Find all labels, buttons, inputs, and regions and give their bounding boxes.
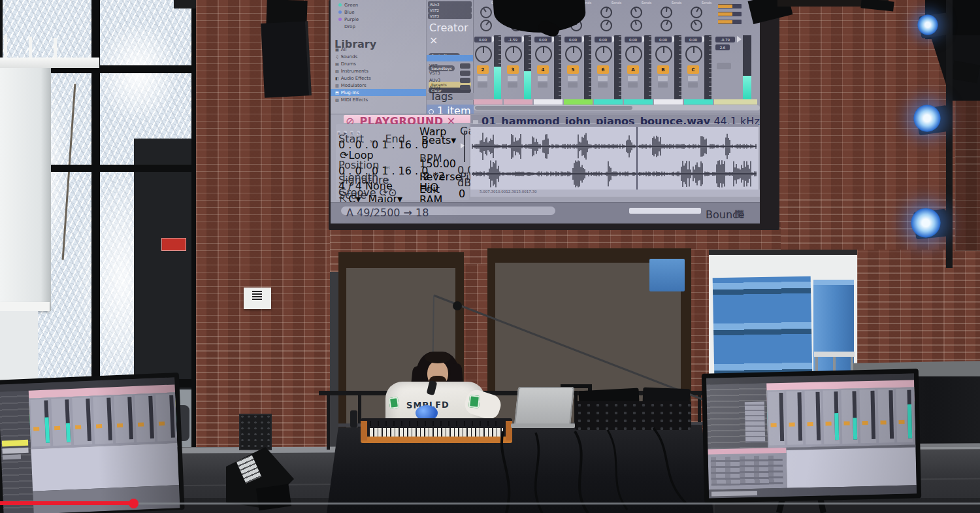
ruler-tick: 17.30 [527,190,537,193]
ruler-tick: 5.00 [480,190,487,193]
opening-lintel [709,250,857,255]
pan-knob [535,46,552,63]
browser-panel: GreenBluePurpleDrop Library ▦All♫Sounds▤… [331,0,427,114]
pan-knob [505,46,522,63]
browser-item-icon: ♫ [335,54,338,59]
status-message: A 49/2500 → 18 [341,207,555,215]
browser-color-label: Drop [331,23,426,30]
meter-fill [524,71,531,101]
sends-label: Sends [642,1,651,5]
sample-header: 01_hammond_john_pianos_bounce.wav 44.1 k… [470,115,760,123]
video-progress-filled[interactable] [0,501,133,505]
browser-item: ▧Instruments [331,67,426,74]
loop-button: ⟳Loop [340,149,401,156]
railing-post [327,392,330,450]
plugin-format-filter: VST2 [428,7,472,13]
midi-keyboard [361,418,512,443]
pan-knob [475,46,492,63]
status-midi-icon: ▦ [734,207,744,219]
groove-value: None [365,180,393,192]
track-activator: 5 [567,65,579,74]
balcony-ledge [0,302,50,311]
bpm-value: 150.00 [419,157,456,170]
tags-row: Tags [427,93,476,100]
browser-item: ▤Drums [331,60,426,67]
volume-value: -1.59 [504,37,521,42]
level-meter [584,35,591,101]
arm-button [628,82,638,88]
level-meter [704,35,711,101]
plugin-badge [460,78,470,83]
level-meter [614,35,621,101]
video-progress-handle[interactable] [129,499,139,508]
browser-selected-row [427,55,473,61]
tree-trunk [62,84,76,260]
plugin-row: VST3 [427,69,473,76]
arm-button [658,82,668,88]
blue-bin-small [649,259,685,291]
arm-button [688,82,698,88]
hanging-speaker [261,21,312,98]
mini-shelf-cap [651,293,683,301]
browser-item-icon: ⬒ [335,90,339,95]
send-knob [630,20,642,31]
hiq-button: HiQ [419,181,438,193]
browser-item: ▥Modulators [331,82,426,89]
performer-hair-top [425,352,451,363]
level-meter [644,35,651,101]
ruler-tick: 12.30 [506,190,516,193]
ruler-tick: 15.00 [516,190,527,193]
patch-panel [239,414,272,450]
arm-button [598,82,608,88]
pan-knob [595,46,612,63]
browser-item-icon: ▨ [335,97,339,102]
browser-filter-panel: AUv3VST2VST3 Creator × Sonic ChargeSound… [427,0,474,114]
left-monitor [0,372,185,513]
send-knob [691,20,702,31]
color-dot [338,18,342,21]
water-bottle [350,410,357,427]
left-monitor-screen [0,377,180,513]
pan-knob [655,46,672,63]
clip-view: ⊘ PLAYGROUND ✕ 01_hammond_john_pianos_bo… [331,114,760,202]
plugin-badge [460,63,470,69]
solo-button [598,76,608,81]
blue-stage-light [913,105,941,132]
master-box [717,63,731,69]
equipment-box [256,484,291,511]
solo-button [508,76,517,81]
mixer-channel: Sends0.00B [654,0,683,110]
track-color-band [624,99,653,105]
red-sign [161,238,186,251]
send-knob [691,7,702,18]
master-meter [743,35,751,101]
video-frame[interactable]: GreenBluePurpleDrop Library ▦All♫Sounds▤… [0,0,980,513]
video-progress-track[interactable] [0,503,980,505]
browser-item: ◧Audio Effects [331,74,426,82]
arm-button [478,82,487,88]
volume-value: 0.00 [474,37,491,42]
laptop-base [511,423,575,428]
browser-items: ▦All♫Sounds▤Drums▧Instruments◧Audio Effe… [331,46,426,103]
plugin-badge [460,85,470,90]
browser-item-icon: ▥ [335,83,339,88]
arm-button [508,82,517,88]
track-color-band [714,99,757,105]
clip-params: ≡ ▶ ≋ ∿ Start Set End Set 0 . 0 . 0 1 [336,124,469,200]
send-knob [480,7,492,18]
arm-button [568,82,578,88]
arm-button [538,82,547,88]
status-bar: A 49/2500 → 18 Bounce ▦ [331,202,760,223]
master-pan-value: 2.6 [715,44,730,50]
browser-item: ♫Sounds [331,53,426,60]
level-meter [494,35,501,101]
window-corner-shadow [174,0,197,8]
balcony-rail [0,58,99,68]
audio-gear [575,389,694,431]
solo-button [658,76,668,81]
track-color-band [564,99,593,105]
ruler-tick: 7.30 [487,190,495,193]
track-color-band [654,99,683,105]
white-qr-sign [244,288,271,309]
selection-status: 1 item selected [427,105,475,114]
